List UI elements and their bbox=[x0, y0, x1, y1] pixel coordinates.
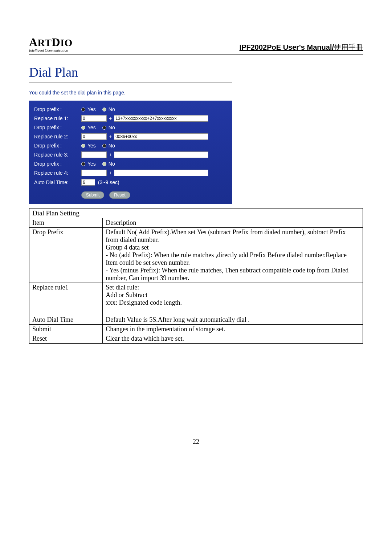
reset-button[interactable]: Reset bbox=[109, 191, 130, 199]
table-row: Replace rule1 Set dial rule: Add or Subt… bbox=[29, 283, 363, 315]
auto-dial-row: Auto Dial Time: (3~9 sec) bbox=[34, 179, 227, 186]
replace-rule-4-prefix-input[interactable] bbox=[81, 170, 107, 176]
radio-icon bbox=[102, 144, 106, 148]
replace-rule-2-input[interactable] bbox=[114, 133, 208, 140]
plus-icon: + bbox=[109, 116, 112, 121]
replace-rule-1-input[interactable] bbox=[114, 115, 208, 122]
manual-title-text: IPF2002PoE User's Manual/ bbox=[240, 43, 334, 51]
drop-prefix-1-no[interactable]: No bbox=[102, 106, 115, 112]
item-cell: Reset bbox=[29, 334, 103, 344]
replace-rule-3-prefix-input[interactable] bbox=[81, 151, 107, 158]
item-cell: Submit bbox=[29, 325, 103, 334]
table-row: Drop Prefix Default No( Add Prefix).When… bbox=[29, 228, 363, 283]
page-header: ARTDIO Intelligent Communication IPF2002… bbox=[29, 36, 363, 54]
table-row: Reset Clear the data which have set. bbox=[29, 334, 363, 344]
no-label: No bbox=[109, 161, 115, 167]
drop-prefix-row-3: Drop prefix : Yes No bbox=[34, 143, 227, 149]
page: ARTDIO Intelligent Communication IPF2002… bbox=[0, 0, 392, 467]
auto-dial-label: Auto Dial Time: bbox=[34, 179, 81, 185]
drop-prefix-2-no[interactable]: No bbox=[102, 125, 115, 130]
replace-rule-4-input[interactable] bbox=[114, 170, 208, 176]
logo-text: ARTDIO bbox=[29, 36, 73, 48]
replace-rule-1-prefix-input[interactable] bbox=[81, 115, 107, 122]
drop-prefix-1-yes[interactable]: Yes bbox=[81, 106, 96, 112]
no-label: No bbox=[109, 143, 115, 149]
radio-icon bbox=[81, 108, 85, 112]
table-header-desc: Description bbox=[103, 218, 363, 228]
yes-label: Yes bbox=[87, 143, 96, 149]
plus-icon: + bbox=[109, 152, 112, 158]
drop-prefix-3-no[interactable]: No bbox=[102, 143, 115, 149]
radio-icon bbox=[102, 162, 106, 166]
replace-rule-4-label: Replace rule 4: bbox=[34, 170, 81, 176]
drop-prefix-label-2: Drop prefix : bbox=[34, 125, 81, 130]
drop-prefix-2-yes[interactable]: Yes bbox=[81, 125, 96, 130]
page-number: 22 bbox=[29, 438, 363, 446]
replace-rule-3-label: Replace rule 3: bbox=[34, 152, 81, 158]
logo: ARTDIO Intelligent Communication bbox=[29, 36, 73, 52]
item-cell: Auto Dial Time bbox=[29, 315, 103, 325]
drop-prefix-4-yes[interactable]: Yes bbox=[81, 161, 96, 167]
no-label: No bbox=[109, 125, 115, 130]
drop-prefix-4-no[interactable]: No bbox=[102, 161, 115, 167]
table-row: Auto Dial Time Default Value is 5S.After… bbox=[29, 315, 363, 325]
desc-cell: Set dial rule: Add or Subtract xxx: Desi… bbox=[103, 283, 363, 315]
manual-title: IPF2002PoE User's Manual/使用手冊 bbox=[240, 42, 363, 52]
replace-rule-2-label: Replace rule 2: bbox=[34, 134, 81, 139]
radio-icon bbox=[81, 162, 85, 166]
manual-title-cjk: 使用手冊 bbox=[334, 43, 363, 51]
dial-plan-heading: Dial Plan bbox=[29, 65, 232, 82]
drop-prefix-row-4: Drop prefix : Yes No bbox=[34, 161, 227, 167]
dial-plan-setting-table: Dial Plan Setting Item Description Drop … bbox=[29, 208, 363, 344]
replace-rule-1-row: Replace rule 1: + bbox=[34, 115, 227, 122]
plus-icon: + bbox=[109, 134, 112, 139]
desc-cell: Changes in the implementation of storage… bbox=[103, 325, 363, 334]
logo-tagline: Intelligent Communication bbox=[29, 49, 73, 52]
radio-icon bbox=[81, 144, 85, 148]
radio-icon bbox=[81, 126, 85, 130]
drop-prefix-row-1: Drop prefix : Yes No bbox=[34, 106, 227, 112]
drop-prefix-3-yes[interactable]: Yes bbox=[81, 143, 96, 149]
item-cell: Drop Prefix bbox=[29, 228, 103, 283]
table-row: Submit Changes in the implementation of … bbox=[29, 325, 363, 334]
table-header-item: Item bbox=[29, 218, 103, 228]
replace-rule-2-prefix-input[interactable] bbox=[81, 133, 107, 140]
no-label: No bbox=[109, 106, 115, 112]
replace-rule-2-row: Replace rule 2: + bbox=[34, 133, 227, 140]
desc-cell: Default Value is 5S.After long wait auto… bbox=[103, 315, 363, 325]
desc-cell: Default No( Add Prefix).When set Yes (su… bbox=[103, 228, 363, 283]
plus-icon: + bbox=[109, 170, 112, 176]
radio-icon bbox=[102, 108, 106, 112]
table-title: Dial Plan Setting bbox=[29, 208, 363, 218]
submit-button[interactable]: Submit bbox=[81, 191, 104, 199]
auto-dial-input[interactable] bbox=[81, 179, 95, 186]
dial-plan-subheading: You could the set the dial plan in this … bbox=[29, 90, 363, 96]
yes-label: Yes bbox=[87, 125, 96, 130]
button-row: Submit Reset bbox=[34, 191, 227, 199]
yes-label: Yes bbox=[87, 106, 96, 112]
desc-cell: Clear the data which have set. bbox=[103, 334, 363, 344]
yes-label: Yes bbox=[87, 161, 96, 167]
drop-prefix-row-2: Drop prefix : Yes No bbox=[34, 125, 227, 130]
drop-prefix-label-4: Drop prefix : bbox=[34, 161, 81, 167]
radio-icon bbox=[102, 126, 106, 130]
auto-dial-hint: (3~9 sec) bbox=[98, 179, 119, 185]
replace-rule-1-label: Replace rule 1: bbox=[34, 116, 81, 121]
drop-prefix-label-1: Drop prefix : bbox=[34, 106, 81, 112]
replace-rule-3-input[interactable] bbox=[114, 151, 208, 158]
item-cell: Replace rule1 bbox=[29, 283, 103, 315]
replace-rule-3-row: Replace rule 3: + bbox=[34, 151, 227, 158]
replace-rule-4-row: Replace rule 4: + bbox=[34, 170, 227, 176]
dial-plan-form: Drop prefix : Yes No Replace rule 1: + D… bbox=[29, 101, 232, 204]
drop-prefix-label-3: Drop prefix : bbox=[34, 143, 81, 149]
